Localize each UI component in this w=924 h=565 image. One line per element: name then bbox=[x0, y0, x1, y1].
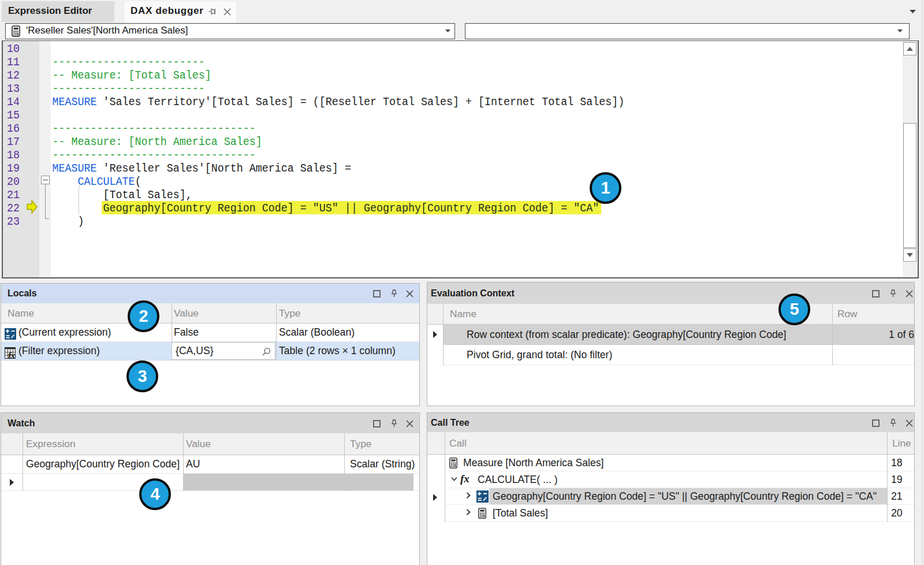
svg-text:fx: fx bbox=[8, 351, 15, 359]
